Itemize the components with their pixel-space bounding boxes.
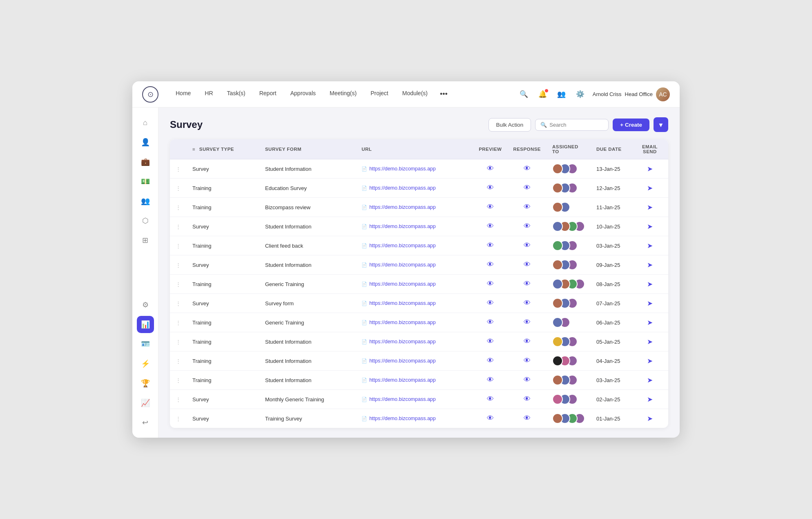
notification-icon[interactable]: 🔔 xyxy=(536,88,549,101)
send-email-icon[interactable]: ➤ xyxy=(637,299,663,308)
preview-eye-icon[interactable]: 👁 xyxy=(487,203,494,211)
trophy-icon[interactable]: 🏆 xyxy=(137,375,154,392)
drag-handle[interactable]: ⋮ xyxy=(176,320,181,326)
preview-eye-icon[interactable]: 👁 xyxy=(487,395,494,403)
drag-handle[interactable]: ⋮ xyxy=(176,224,181,230)
send-email-icon[interactable]: ➤ xyxy=(637,222,663,231)
drag-handle[interactable]: ⋮ xyxy=(176,281,181,287)
filter-button[interactable]: ▼ xyxy=(654,117,668,132)
response-eye-icon[interactable]: 👁 xyxy=(524,184,531,192)
preview-eye-icon[interactable]: 👁 xyxy=(487,357,494,365)
bulk-action-button[interactable]: Bulk Action xyxy=(489,118,531,132)
nav-item-meetings[interactable]: Meeting(s) xyxy=(324,87,362,101)
drag-handle[interactable]: ⋮ xyxy=(176,185,181,191)
url-link[interactable]: 📄https://demo.bizcompass.app xyxy=(361,300,467,306)
chart-icon[interactable]: 📊 xyxy=(137,316,154,333)
nav-more-button[interactable]: ••• xyxy=(436,87,452,101)
drag-handle[interactable]: ⋮ xyxy=(176,243,181,249)
send-email-icon[interactable]: ➤ xyxy=(637,242,663,250)
send-email-icon[interactable]: ➤ xyxy=(637,338,663,346)
url-link[interactable]: 📄https://demo.bizcompass.app xyxy=(361,262,467,268)
url-link[interactable]: 📄https://demo.bizcompass.app xyxy=(361,339,467,345)
preview-eye-icon[interactable]: 👁 xyxy=(487,338,494,345)
drag-handle[interactable]: ⋮ xyxy=(176,377,181,383)
nav-item-modules[interactable]: Module(s) xyxy=(397,87,433,101)
create-button[interactable]: + Create xyxy=(613,119,649,131)
response-eye-icon[interactable]: 👁 xyxy=(524,222,531,230)
send-email-icon[interactable]: ➤ xyxy=(637,376,663,385)
response-eye-icon[interactable]: 👁 xyxy=(524,165,531,172)
url-link[interactable]: 📄https://demo.bizcompass.app xyxy=(361,243,467,248)
org-icon[interactable]: ⬡ xyxy=(137,212,154,229)
send-email-icon[interactable]: ➤ xyxy=(637,357,663,365)
settings-nav-icon[interactable]: ⚙️ xyxy=(574,88,587,101)
send-email-icon[interactable]: ➤ xyxy=(637,165,663,173)
preview-eye-icon[interactable]: 👁 xyxy=(487,414,494,422)
response-eye-icon[interactable]: 👁 xyxy=(524,376,531,384)
url-link[interactable]: 📄https://demo.bizcompass.app xyxy=(361,416,467,421)
preview-eye-icon[interactable]: 👁 xyxy=(487,222,494,230)
drag-handle[interactable]: ⋮ xyxy=(176,416,181,422)
preview-eye-icon[interactable]: 👁 xyxy=(487,280,494,288)
response-eye-icon[interactable]: 👁 xyxy=(524,318,531,326)
home-icon[interactable]: ⌂ xyxy=(137,114,154,131)
send-email-icon[interactable]: ➤ xyxy=(637,203,663,212)
response-eye-icon[interactable]: 👁 xyxy=(524,242,531,249)
drag-handle[interactable]: ⋮ xyxy=(176,300,181,306)
send-email-icon[interactable]: ➤ xyxy=(637,261,663,269)
response-eye-icon[interactable]: 👁 xyxy=(524,338,531,345)
nav-item-home[interactable]: Home xyxy=(170,87,196,101)
settings-icon[interactable]: ⚙ xyxy=(137,296,154,313)
preview-eye-icon[interactable]: 👁 xyxy=(487,376,494,384)
url-link[interactable]: 📄https://demo.bizcompass.app xyxy=(361,185,467,191)
search-input[interactable] xyxy=(549,122,603,128)
url-link[interactable]: 📄https://demo.bizcompass.app xyxy=(361,320,467,325)
preview-eye-icon[interactable]: 👁 xyxy=(487,299,494,307)
response-eye-icon[interactable]: 👁 xyxy=(524,299,531,307)
action-icon[interactable]: ⚡ xyxy=(137,355,154,372)
response-eye-icon[interactable]: 👁 xyxy=(524,414,531,422)
response-eye-icon[interactable]: 👁 xyxy=(524,357,531,365)
response-eye-icon[interactable]: 👁 xyxy=(524,395,531,403)
response-eye-icon[interactable]: 👁 xyxy=(524,280,531,288)
url-link[interactable]: 📄https://demo.bizcompass.app xyxy=(361,166,467,172)
person-icon[interactable]: 👤 xyxy=(137,134,154,151)
drag-handle[interactable]: ⋮ xyxy=(176,339,181,345)
nav-item-project[interactable]: Project xyxy=(365,87,394,101)
drag-handle[interactable]: ⋮ xyxy=(176,358,181,364)
drag-handle[interactable]: ⋮ xyxy=(176,396,181,403)
add-person-icon[interactable]: 👥 xyxy=(137,192,154,210)
nav-item-hr[interactable]: HR xyxy=(199,87,219,101)
drag-handle[interactable]: ⋮ xyxy=(176,204,181,210)
response-eye-icon[interactable]: 👁 xyxy=(524,203,531,211)
briefcase-icon[interactable]: 💼 xyxy=(137,153,154,170)
url-link[interactable]: 📄https://demo.bizcompass.app xyxy=(361,358,467,364)
grid-icon[interactable]: ⊞ xyxy=(137,232,154,249)
send-email-icon[interactable]: ➤ xyxy=(637,184,663,192)
app-logo[interactable]: ⊙ xyxy=(142,86,158,103)
people-icon[interactable]: 👥 xyxy=(555,88,568,101)
user-info[interactable]: Arnold Criss Head Office AC xyxy=(593,87,670,101)
drag-handle[interactable]: ⋮ xyxy=(176,166,181,172)
send-email-icon[interactable]: ➤ xyxy=(637,414,663,423)
send-email-icon[interactable]: ➤ xyxy=(637,280,663,289)
preview-eye-icon[interactable]: 👁 xyxy=(487,242,494,249)
send-email-icon[interactable]: ➤ xyxy=(637,318,663,327)
pulse-icon[interactable]: 📈 xyxy=(137,394,154,412)
url-link[interactable]: 📄https://demo.bizcompass.app xyxy=(361,377,467,383)
contact-icon[interactable]: 🪪 xyxy=(137,336,154,353)
drag-handle[interactable]: ⋮ xyxy=(176,262,181,268)
nav-item-approvals[interactable]: Approvals xyxy=(285,87,321,101)
preview-eye-icon[interactable]: 👁 xyxy=(487,261,494,268)
preview-eye-icon[interactable]: 👁 xyxy=(487,184,494,192)
dollar-icon[interactable]: 💵 xyxy=(137,173,154,190)
logout-icon[interactable]: ↩ xyxy=(137,414,154,431)
nav-item-report[interactable]: Report xyxy=(254,87,282,101)
preview-eye-icon[interactable]: 👁 xyxy=(487,165,494,172)
url-link[interactable]: 📄https://demo.bizcompass.app xyxy=(361,224,467,229)
send-email-icon[interactable]: ➤ xyxy=(637,395,663,404)
response-eye-icon[interactable]: 👁 xyxy=(524,261,531,268)
search-icon[interactable]: 🔍 xyxy=(518,88,531,101)
preview-eye-icon[interactable]: 👁 xyxy=(487,318,494,326)
url-link[interactable]: 📄https://demo.bizcompass.app xyxy=(361,396,467,402)
